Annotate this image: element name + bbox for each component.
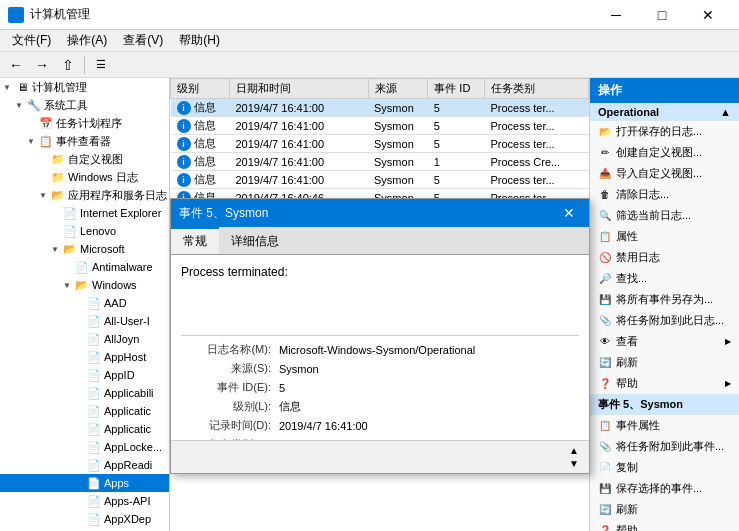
event-action-label: 事件属性 bbox=[616, 418, 660, 433]
tree-item-apphost[interactable]: 📄AppHost bbox=[0, 348, 169, 366]
tree-item-lenovo[interactable]: 📄Lenovo bbox=[0, 222, 169, 240]
event-action-label: 将任务附加到此事件... bbox=[616, 439, 724, 454]
action-item[interactable]: 🔍筛选当前日志... bbox=[590, 205, 739, 226]
tree-item-apps-api[interactable]: 📄Apps-API bbox=[0, 492, 169, 510]
table-row[interactable]: i信息2019/4/7 16:41:00Sysmon5Process ter..… bbox=[171, 171, 589, 189]
event-action-item[interactable]: 💾保存选择的事件... bbox=[590, 478, 739, 499]
tree-item-root[interactable]: ▼🖥计算机管理 bbox=[0, 78, 169, 96]
tree-icon-app-logs: 📂 bbox=[50, 187, 66, 203]
dialog-form: 日志名称(M): Microsoft-Windows-Sysmon/Operat… bbox=[181, 342, 579, 440]
action-item[interactable]: 🔎查找... bbox=[590, 268, 739, 289]
tree-item-applicatic[interactable]: 📄Applicatic bbox=[0, 402, 169, 420]
tree-item-antimalware[interactable]: 📄Antimalware bbox=[0, 258, 169, 276]
action-item[interactable]: ✏创建自定义视图... bbox=[590, 142, 739, 163]
actions-header: 操作 bbox=[590, 78, 739, 103]
up-button[interactable]: ⇧ bbox=[56, 54, 80, 76]
event-action-item[interactable]: 📋事件属性 bbox=[590, 415, 739, 436]
maximize-button[interactable]: □ bbox=[639, 0, 685, 30]
tree-toggle-event-viewer[interactable]: ▼ bbox=[24, 134, 38, 148]
tab-details[interactable]: 详细信息 bbox=[219, 227, 291, 254]
tree-item-app-logs[interactable]: ▼📂应用程序和服务日志 bbox=[0, 186, 169, 204]
label-logname: 日志名称(M): bbox=[181, 342, 271, 357]
cell-eventid: 5 bbox=[428, 99, 485, 117]
tree-item-alljoyn[interactable]: 📄AllJoyn bbox=[0, 330, 169, 348]
dialog-close-button[interactable]: ✕ bbox=[557, 201, 581, 225]
event-action-item[interactable]: 📄复制 bbox=[590, 457, 739, 478]
tree-item-windows[interactable]: ▼📂Windows bbox=[0, 276, 169, 294]
tree-toggle-app-logs[interactable]: ▼ bbox=[36, 188, 50, 202]
action-icon: 📎 bbox=[598, 314, 612, 328]
tree-item-sys-tools[interactable]: ▼🔧系统工具 bbox=[0, 96, 169, 114]
tree-icon-applicabili: 📄 bbox=[86, 385, 102, 401]
action-label: 创建自定义视图... bbox=[616, 145, 731, 160]
cell-level: i信息 bbox=[171, 153, 230, 171]
tree-toggle-win-logs bbox=[36, 170, 50, 184]
tree-toggle-root[interactable]: ▼ bbox=[0, 80, 14, 94]
forward-button[interactable]: → bbox=[30, 54, 54, 76]
tree-item-ie[interactable]: 📄Internet Explorer bbox=[0, 204, 169, 222]
tree-item-applicabili[interactable]: 📄Applicabili bbox=[0, 384, 169, 402]
tree-label-appid: AppID bbox=[104, 369, 135, 381]
menu-help[interactable]: 帮助(H) bbox=[171, 30, 228, 51]
tree-icon-applicatic2: 📄 bbox=[86, 421, 102, 437]
tree-item-win-logs[interactable]: 📁Windows 日志 bbox=[0, 168, 169, 186]
tree-item-appid[interactable]: 📄AppID bbox=[0, 366, 169, 384]
tree-icon-custom-views: 📁 bbox=[50, 151, 66, 167]
action-item[interactable]: 📋属性 bbox=[590, 226, 739, 247]
table-row[interactable]: i信息2019/4/7 16:41:00Sysmon1Process Cre..… bbox=[171, 153, 589, 171]
cell-source: Sysmon bbox=[368, 171, 428, 189]
tree-item-applockere[interactable]: 📄AppLocke... bbox=[0, 438, 169, 456]
tree-toggle-microsoft[interactable]: ▼ bbox=[48, 242, 62, 256]
event-action-icon: 🔄 bbox=[598, 503, 612, 517]
action-item[interactable]: 💾将所有事件另存为... bbox=[590, 289, 739, 310]
tree-item-all-user-i[interactable]: 📄All-User-I bbox=[0, 312, 169, 330]
tree-item-task-sched[interactable]: 📅任务计划程序 bbox=[0, 114, 169, 132]
menu-action[interactable]: 操作(A) bbox=[59, 30, 115, 51]
tree-item-appreadi[interactable]: 📄AppReadi bbox=[0, 456, 169, 474]
action-item[interactable]: 📎将任务附加到此日志... bbox=[590, 310, 739, 331]
tree-item-aad[interactable]: 📄AAD bbox=[0, 294, 169, 312]
tree-icon-all-user-i: 📄 bbox=[86, 313, 102, 329]
event-action-item[interactable]: 🔄刷新 bbox=[590, 499, 739, 520]
action-item[interactable]: 🗑清除日志... bbox=[590, 184, 739, 205]
action-item[interactable]: 🚫禁用日志 bbox=[590, 247, 739, 268]
table-row[interactable]: i信息2019/4/7 16:41:00Sysmon5Process ter..… bbox=[171, 117, 589, 135]
col-source: 来源 bbox=[368, 79, 428, 99]
tree-toggle-antimalware bbox=[60, 260, 74, 274]
action-icon: 🔍 bbox=[598, 209, 612, 223]
tree-toggle-task-sched bbox=[24, 116, 38, 130]
tree-label-apps: Apps bbox=[104, 477, 129, 489]
cell-level: i信息 bbox=[171, 171, 230, 189]
action-item[interactable]: 📥导入自定义视图... bbox=[590, 163, 739, 184]
back-button[interactable]: ← bbox=[4, 54, 28, 76]
table-row[interactable]: i信息2019/4/7 16:41:00Sysmon5Process ter..… bbox=[171, 135, 589, 153]
tree-toggle-windows[interactable]: ▼ bbox=[60, 278, 74, 292]
minimize-button[interactable]: ─ bbox=[593, 0, 639, 30]
action-item[interactable]: 📂打开保存的日志... bbox=[590, 121, 739, 142]
tree-item-apps[interactable]: 📄Apps bbox=[0, 474, 169, 492]
show-hide-button[interactable]: ☰ bbox=[89, 54, 113, 76]
tab-general[interactable]: 常规 bbox=[171, 227, 219, 254]
tree-toggle-sys-tools[interactable]: ▼ bbox=[12, 98, 26, 112]
value-eventid: 5 bbox=[279, 382, 579, 394]
tree-item-custom-views[interactable]: 📁自定义视图 bbox=[0, 150, 169, 168]
action-label: 禁用日志 bbox=[616, 250, 731, 265]
event-action-item[interactable]: 📎将任务附加到此事件... bbox=[590, 436, 739, 457]
close-button[interactable]: ✕ bbox=[685, 0, 731, 30]
action-item[interactable]: 👁查看▶ bbox=[590, 331, 739, 352]
tree-item-applicatic2[interactable]: 📄Applicatic bbox=[0, 420, 169, 438]
cell-task: Process ter... bbox=[484, 171, 588, 189]
menu-view[interactable]: 查看(V) bbox=[115, 30, 171, 51]
menu-file[interactable]: 文件(F) bbox=[4, 30, 59, 51]
event-action-item[interactable]: ❓帮助 bbox=[590, 520, 739, 531]
dialog-scrollbar[interactable]: ▲ ▼ bbox=[567, 445, 581, 469]
tree-toggle-applicatic bbox=[72, 404, 86, 418]
action-item[interactable]: ❓帮助▶ bbox=[590, 373, 739, 394]
table-row[interactable]: i信息2019/4/7 16:41:00Sysmon5Process ter..… bbox=[171, 99, 589, 117]
info-icon: i bbox=[177, 137, 191, 151]
operational-section[interactable]: Operational ▲ bbox=[590, 103, 739, 121]
action-item[interactable]: 🔄刷新 bbox=[590, 352, 739, 373]
tree-item-microsoft[interactable]: ▼📂Microsoft bbox=[0, 240, 169, 258]
tree-item-event-viewer[interactable]: ▼📋事件查看器 bbox=[0, 132, 169, 150]
tree-item-appsxdep[interactable]: 📄AppXDep bbox=[0, 510, 169, 528]
